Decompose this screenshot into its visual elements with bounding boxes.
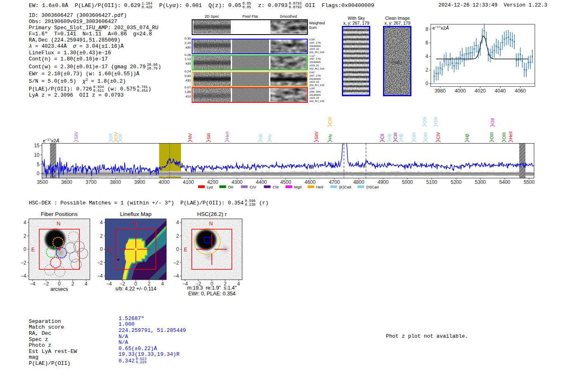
svg-text:E: E [31,247,35,253]
svg-text:−2: −2 [21,260,26,266]
svg-text:N: N [57,221,60,227]
svg-text:E: E [184,247,187,253]
svg-text:4700: 4700 [329,179,340,185]
svg-text:4400: 4400 [256,179,267,185]
svg-text:OII: OII [118,134,123,139]
svg-text:4: 4 [425,53,428,59]
svg-text:0: 0 [100,246,103,252]
svg-text:2: 2 [425,67,428,73]
svg-text:8: 8 [425,26,428,32]
svg-text:OIII: OIII [423,132,428,139]
svg-text:5300: 5300 [475,179,486,185]
svg-text:CIV: CIV [436,132,441,139]
svg-text:4060: 4060 [515,88,526,94]
svg-text:5500: 5500 [524,179,535,185]
svg-text:3500: 3500 [37,179,48,185]
svg-text:Hβ: Hβ [387,134,392,139]
svg-text:0: 0 [23,246,26,252]
svg-text:4200: 4200 [207,179,218,185]
svg-text:4000: 4000 [455,88,466,94]
svg-text:4500: 4500 [280,179,291,185]
svg-text:SiIV: SiIV [74,131,79,139]
svg-text:HeII: HeII [225,131,230,139]
svg-text:E: E [108,247,111,253]
svg-text:4900: 4900 [378,179,389,185]
svg-text:−4: −4 [97,273,103,279]
svg-text:4000: 4000 [158,179,170,185]
svg-text:3700: 3700 [86,179,97,185]
svg-text:4: 4 [23,220,26,225]
svg-text:MgII: MgII [294,185,302,189]
svg-text:OIII: OIII [502,132,506,139]
svg-text:10: 10 [34,152,40,158]
svg-text:OIII: OIII [489,132,494,139]
svg-text:NV: NV [188,133,193,139]
svg-text:(H)CaII: (H)CaII [366,185,379,189]
svg-text:3980: 3980 [434,88,446,94]
svg-text:−4: −4 [173,273,179,279]
svg-text:5000: 5000 [402,179,413,185]
svg-text:N: N [209,221,213,227]
svg-text:CIV: CIV [250,185,257,189]
svg-text:Lyα: Lyα [207,185,213,189]
svg-text:6: 6 [425,40,428,46]
svg-text:SiIV: SiIV [314,131,319,139]
svg-text:OIII: OIII [433,117,438,124]
svg-text:4300: 4300 [232,179,243,185]
svg-text:5400: 5400 [499,179,511,185]
svg-text:CIII: CIII [393,132,398,139]
svg-text:OIII: OIII [422,117,427,124]
svg-text:N: N [133,221,137,227]
svg-text:OII: OII [108,134,113,139]
svg-text:−2: −2 [97,260,103,266]
svg-text:2: 2 [23,233,26,239]
svg-text:5: 5 [37,162,39,167]
svg-text:15: 15 [34,143,40,148]
svg-text:OII: OII [490,118,495,124]
svg-text:4040: 4040 [495,88,506,94]
svg-text:2: 2 [176,233,179,239]
svg-text:CIII: CIII [272,185,279,189]
svg-text:4020: 4020 [475,88,486,94]
svg-text:0: 0 [176,246,179,252]
svg-text:5200: 5200 [451,179,462,185]
svg-text:2: 2 [100,233,103,239]
svg-text:CII: CII [380,134,385,139]
svg-text:4: 4 [176,220,179,225]
svg-text:Hβ: Hβ [398,134,403,139]
svg-text:Hγ: Hγ [327,134,332,139]
svg-text:OIII: OIII [411,132,416,139]
svg-text:3900: 3900 [134,179,145,185]
svg-text:−2: −2 [173,260,179,266]
svg-text:5100: 5100 [426,179,437,185]
svg-text:HeII: HeII [508,131,513,139]
svg-text:OII: OII [228,185,233,189]
svg-text:3600: 3600 [61,179,72,185]
svg-text:−4: −4 [21,273,26,279]
svg-text:0: 0 [425,81,428,86]
svg-text:e−17x2Å: e−17x2Å [432,25,449,30]
svg-text:Hβ: Hβ [465,134,469,139]
svg-text:SiII: SiII [206,133,211,139]
svg-text:(K)CaII: (K)CaII [339,185,351,189]
svg-text:4800: 4800 [353,179,365,185]
svg-text:4: 4 [100,220,103,225]
svg-text:4100: 4100 [183,179,194,185]
svg-text:4600: 4600 [304,179,316,185]
svg-text:Hγ: Hγ [267,134,272,139]
svg-text:Hδ: Hδ [258,134,263,139]
svg-text:3800: 3800 [110,179,121,185]
svg-text:CIII: CIII [327,117,332,124]
svg-text:HeII: HeII [316,185,323,189]
svg-text:0: 0 [37,171,39,176]
svg-text:e−17x2Å: e−17x2Å [43,138,59,143]
